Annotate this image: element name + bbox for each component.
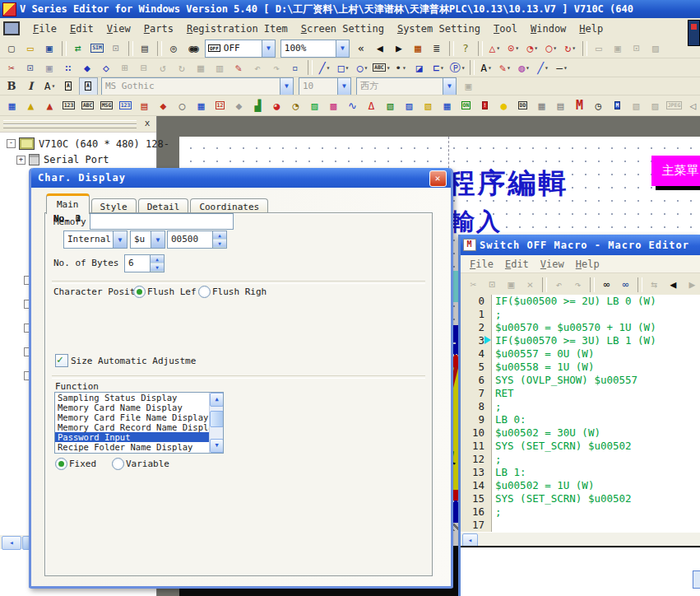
dialog-tab[interactable]: Main xyxy=(46,193,90,214)
macro-code-line[interactable]: 13 LB 1: xyxy=(461,466,700,479)
macro-code-line[interactable]: 1 ; xyxy=(461,308,700,321)
menu-item[interactable]: File xyxy=(26,21,63,37)
macro-code-line[interactable]: 4 $u00557 = 0U (W) xyxy=(461,347,700,361)
cut-icon[interactable]: ✂ xyxy=(3,59,21,76)
paste-icon[interactable]: ▣ xyxy=(41,59,58,76)
menu-item[interactable]: Help xyxy=(573,21,610,37)
menu-item[interactable]: Tool xyxy=(487,21,524,37)
collapse-icon[interactable]: - xyxy=(7,139,16,148)
robot-disabled-icon[interactable]: ▧ xyxy=(628,97,645,114)
fixed-radio[interactable] xyxy=(55,458,67,470)
menu-item[interactable]: Registration Item xyxy=(180,21,294,37)
macro-swap-icon[interactable]: ⇆ xyxy=(646,277,663,293)
function-list-item[interactable]: Password Input xyxy=(55,432,223,442)
closed-graph-icon[interactable]: ▨ xyxy=(306,97,323,114)
sampling-icon[interactable]: Δ xyxy=(363,97,380,114)
function-list-item[interactable]: Sampling Status Display xyxy=(55,393,223,403)
jpeg-disabled-icon[interactable]: JPEG xyxy=(665,97,683,114)
memory-card-icon[interactable]: M xyxy=(609,97,626,114)
macro-forward-icon[interactable]: ▶ xyxy=(684,277,700,293)
macro-horizontal-scrollbar[interactable]: ◂ xyxy=(461,532,700,547)
italic-icon[interactable]: I xyxy=(22,78,39,95)
gripper[interactable] xyxy=(3,124,137,128)
macro-code-line[interactable]: 14 $u00502 = 1U (W) xyxy=(461,479,700,492)
macro-back-icon[interactable]: ◀ xyxy=(665,277,682,293)
item-list-icon[interactable]: ≣ xyxy=(429,40,446,57)
macro-code-line[interactable]: 9 LB 0: xyxy=(461,413,700,426)
back-screen-icon[interactable]: ◀ xyxy=(372,40,389,57)
macro-code-line[interactable]: 12 ; xyxy=(461,453,700,466)
open-disabled-icon[interactable]: ▭ xyxy=(591,40,608,57)
font-color-icon[interactable]: A▾ xyxy=(41,78,58,95)
size-auto-checkbox[interactable] xyxy=(55,354,68,367)
macro-menu-item[interactable]: Edit xyxy=(499,257,535,272)
save-disabled-icon[interactable]: ▣ xyxy=(610,40,627,57)
expand-icon[interactable]: + xyxy=(16,156,25,165)
draw-text-icon[interactable]: ABC▾ xyxy=(373,59,391,76)
draw-dot-icon[interactable]: •▾ xyxy=(392,59,410,76)
trend-graph-icon[interactable]: ∿ xyxy=(344,97,361,114)
data-block-icon[interactable]: ▤ xyxy=(136,97,153,114)
next-screen-icon[interactable]: ▶ xyxy=(391,40,408,57)
dialog-title-bar[interactable]: Char. Display ✕ xyxy=(31,168,451,188)
variable-radio[interactable] xyxy=(112,458,124,470)
zoom-tool-icon[interactable]: ◎ xyxy=(165,40,183,57)
char-display-icon[interactable]: ABC xyxy=(79,97,96,114)
macro-code-line[interactable]: 5 $u00558 = 1U (W) xyxy=(461,361,700,374)
new-file-icon[interactable]: ▢ xyxy=(3,40,21,57)
parts-arc-icon[interactable]: ◔▾ xyxy=(524,40,541,57)
floating-palette[interactable] xyxy=(688,20,700,46)
redo-icon[interactable]: ↷ xyxy=(268,59,285,76)
image-disabled-icon[interactable]: ▨ xyxy=(647,40,665,57)
macro-code-line[interactable]: 15 SYS (SET_SCRN) $u00502 xyxy=(461,492,700,505)
memory-address-spinner[interactable]: 00500 ▲▼ xyxy=(167,230,227,249)
tree-node-serial-port[interactable]: + Serial Port xyxy=(16,154,109,165)
function-list-item[interactable]: Memory Card Record Name Displa xyxy=(55,422,223,432)
macro-code-line[interactable]: 16 ; xyxy=(461,505,700,519)
macro-menu-item[interactable]: File xyxy=(464,257,499,272)
menu-item[interactable]: System Setting xyxy=(391,21,487,37)
scale-icon[interactable]: ⊏▾ xyxy=(430,59,447,76)
font-size-combo[interactable]: 10 ▼ xyxy=(299,77,351,95)
parts-circle-icon[interactable]: ⊙▾ xyxy=(505,40,522,57)
macro-paste-icon[interactable]: ▣ xyxy=(503,277,520,293)
memo-pad-icon[interactable]: ▤ xyxy=(552,97,569,114)
bar-graph-icon[interactable]: ▟ xyxy=(249,97,267,114)
chevron-down-icon[interactable]: ▼ xyxy=(262,40,275,57)
pen-color-icon[interactable]: ✎▾ xyxy=(497,59,514,76)
paint-icon[interactable]: ◪ xyxy=(411,59,429,76)
macro-code-line[interactable]: 8 ; xyxy=(461,400,700,413)
calendar-icon[interactable]: ▦ xyxy=(533,97,550,114)
onoff-icon[interactable]: ON xyxy=(457,97,475,114)
calendar-part-icon[interactable]: ▦ xyxy=(192,97,210,114)
menu-item[interactable]: Window xyxy=(524,21,573,37)
align-icon[interactable]: ▦ xyxy=(192,59,210,76)
chevron-down-icon[interactable]: ▼ xyxy=(280,78,293,95)
main-menu-button[interactable]: 主菜單 xyxy=(651,156,700,186)
macro-code-area[interactable]: 0 IF($u00500 >= 2U) LB 0 (W) 1 ; 2 $u005… xyxy=(461,295,700,532)
palette-icon[interactable]: ◍▾ xyxy=(516,59,533,76)
macro-code-line[interactable]: 3 IF($u00570 >= 3U) LB 1 (W) xyxy=(461,334,700,347)
chevron-down-icon[interactable]: ▼ xyxy=(336,40,349,57)
function-listbox[interactable]: ▲ ▼ Sampling Status DisplayMemory Card N… xyxy=(54,392,224,454)
sound-icon[interactable]: ◁ xyxy=(684,97,700,114)
meter-icon[interactable]: ◔ xyxy=(287,97,304,114)
macro-title-bar[interactable]: M Switch OFF Macro - Macro Editor xyxy=(461,235,700,255)
screen-part-icon[interactable]: ▦ xyxy=(3,97,21,114)
macro-redo-icon[interactable]: ↷ xyxy=(569,277,586,293)
time-icon[interactable]: ◷ xyxy=(590,97,607,114)
graph-relay-icon[interactable]: ▧ xyxy=(420,97,437,114)
close-icon[interactable]: ✕ xyxy=(429,170,447,187)
scrollbar-thumb[interactable] xyxy=(210,411,224,427)
multi-copy-icon[interactable]: ∷ xyxy=(60,59,77,76)
panel-meter-icon[interactable]: ▩ xyxy=(325,97,342,114)
group-icon[interactable]: ◆ xyxy=(79,59,96,76)
network-icon[interactable]: ⊡ xyxy=(108,40,125,57)
function-list-item[interactable]: Memory Card Name Display xyxy=(55,403,223,412)
bell-icon[interactable]: ● xyxy=(495,97,512,114)
parts-rotate-icon[interactable]: ↻▾ xyxy=(562,40,579,57)
entry-icon[interactable]: ◆ xyxy=(155,97,172,114)
undo-icon[interactable]: ↶ xyxy=(249,59,267,76)
draw-circle-icon[interactable]: ○▾ xyxy=(354,59,371,76)
macro-code-line[interactable]: 2 $u00570 = $u00570 + 1U (W) xyxy=(461,321,700,334)
